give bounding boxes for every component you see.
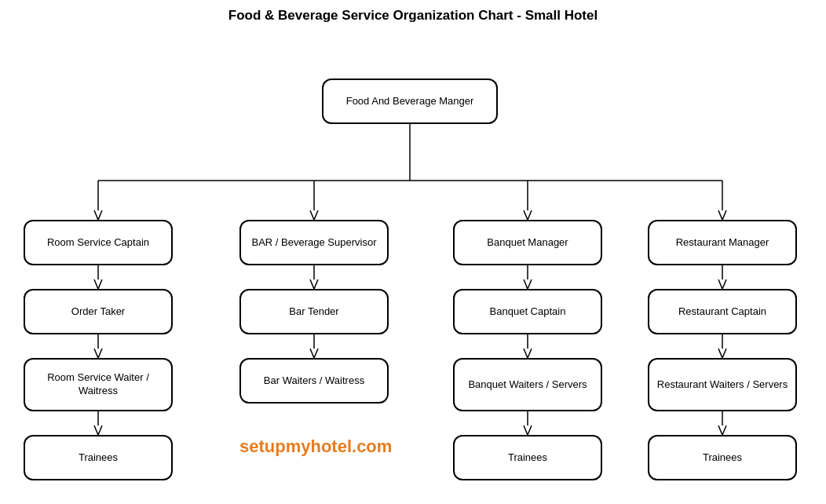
node-col3-n1: Banquet Manager (453, 220, 602, 265)
node-col1-n2: Order Taker (24, 289, 173, 334)
org-chart: Food And Beverage Manger Room Service Ca… (8, 31, 818, 495)
node-col2-n3: Bar Waiters / Waitress (239, 358, 389, 404)
node-col3-n4: Trainees (453, 435, 602, 480)
watermark: setupmyhotel.com (239, 436, 392, 457)
node-col4-n2: Restaurant Captain (648, 289, 797, 334)
node-col2-n2: Bar Tender (239, 289, 389, 334)
node-col1-n4: Trainees (24, 435, 173, 480)
node-col3-n3: Banquet Waiters / Servers (453, 358, 602, 411)
node-col4-n4: Trainees (648, 435, 797, 480)
node-col1-n3: Room Service Waiter / Waitress (24, 358, 173, 411)
page: Food & Beverage Service Organization Cha… (0, 0, 826, 504)
chart-title: Food & Beverage Service Organization Cha… (8, 8, 818, 24)
node-top: Food And Beverage Manger (322, 79, 498, 124)
node-col2-n1: BAR / Beverage Supervisor (239, 220, 389, 265)
node-col4-n3: Restaurant Waiters / Servers (648, 358, 797, 411)
node-col1-n1: Room Service Captain (24, 220, 173, 265)
node-col4-n1: Restaurant Manager (648, 220, 797, 265)
node-col3-n2: Banquet Captain (453, 289, 602, 334)
